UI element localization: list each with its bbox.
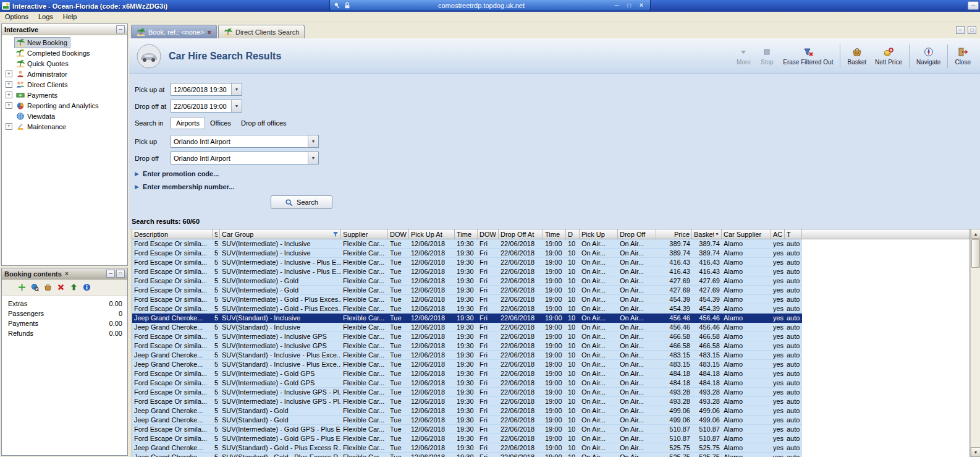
result-row[interactable]: Ford Escape Or simila...5SUV(Intermediat… [132, 341, 802, 351]
sidebar-item-payments[interactable]: +Payments [2, 90, 127, 100]
info-icon[interactable] [83, 283, 91, 291]
result-row[interactable]: Ford Escape Or simila...5SUV(Intermediat… [132, 239, 802, 249]
panel-restore-button[interactable]: □ [116, 270, 125, 278]
menu-help[interactable]: Help [58, 12, 82, 22]
pickup-at-combobox[interactable]: 12/06/2018 19:30 ▼ [171, 83, 242, 96]
basket-button[interactable]: Basket [843, 46, 871, 67]
result-row[interactable]: Ford Escape Or simila...5SUV(Intermediat… [132, 425, 802, 434]
column-header-ac[interactable]: AC [771, 229, 785, 239]
pin-icon[interactable] [334, 2, 341, 9]
tree-expander-icon[interactable]: + [6, 70, 12, 77]
view-icon[interactable] [31, 283, 39, 291]
tree-expander-icon[interactable]: + [6, 81, 12, 88]
result-row[interactable]: Jeep Grand Cheroke...5SUV(Standard) - Go… [132, 453, 802, 457]
membership-number-expander[interactable]: ▶ Enter membership number... [135, 182, 980, 190]
dropdown-arrow-icon[interactable]: ▼ [308, 152, 318, 164]
panel-minimize-button[interactable]: ─ [106, 270, 115, 278]
result-row[interactable]: Ford Escape Or simila...5SUV(Intermediat… [132, 286, 802, 295]
scrollbar-thumb[interactable] [971, 239, 980, 268]
scroll-down-button[interactable]: ▼ [971, 447, 980, 457]
result-row[interactable]: Ford Escape Or simila...5SUV(Intermediat… [132, 304, 802, 314]
result-row[interactable]: Ford Escape Or simila...5SUV(Intermediat… [132, 378, 802, 388]
nett-price-button[interactable]: Nett Price [871, 46, 906, 67]
dropdown-arrow-icon[interactable]: ▼ [231, 100, 242, 112]
result-row[interactable]: Jeep Grand Cheroke...5SUV(Standard) - In… [132, 323, 802, 332]
result-row[interactable]: Ford Escape Or simila...5SUV(Intermediat… [132, 397, 802, 406]
erase-filtered-out-button[interactable]: Erase Filtered Out [779, 46, 837, 67]
result-row[interactable]: Jeep Grand Cheroke...5SUV(Standard) - In… [132, 314, 802, 323]
dropdown-arrow-icon[interactable]: ▼ [308, 135, 318, 147]
tree-expander-icon[interactable]: + [6, 123, 12, 130]
sidebar-item-administrator[interactable]: +Administrator [2, 69, 127, 79]
sidebar-item-maintenance[interactable]: +Maintenance [2, 121, 127, 132]
tree-expander-icon[interactable]: + [6, 92, 12, 98]
searchin-tab-offices[interactable]: Offices [205, 117, 236, 129]
delete-icon[interactable] [57, 283, 65, 291]
result-row[interactable]: Jeep Grand Cheroke...5SUV(Standard) - Go… [132, 406, 802, 416]
tab-direct-clients-search[interactable]: Direct Clients Search [218, 25, 305, 38]
collapse-panel-button[interactable]: ─ [116, 25, 125, 33]
sidebar-item-reporting-and-analytics[interactable]: +Reporting and Analytics [2, 100, 127, 111]
result-row[interactable]: Ford Escape Or simila...5SUV(Intermediat… [132, 276, 802, 286]
search-button[interactable]: Search [271, 195, 332, 209]
result-row[interactable]: Ford Escape Or simila...5SUV(Intermediat… [132, 258, 802, 267]
sidebar-item-direct-clients[interactable]: +Direct Clients [2, 79, 127, 90]
sidebar-item-new-booking[interactable]: New Booking [2, 37, 127, 48]
promotion-code-expander[interactable]: ▶ Enter promotion code... [135, 169, 980, 177]
column-header-dow[interactable]: DOW [388, 229, 409, 239]
result-row[interactable]: Ford Escape Or simila...5SUV(Intermediat… [132, 332, 802, 341]
column-header-basket[interactable]: Basket▼ [692, 229, 722, 239]
column-header-description[interactable]: Description [132, 229, 213, 239]
to-basket-icon[interactable] [44, 283, 52, 291]
sidebar-item-quick-quotes[interactable]: Quick Quotes [2, 58, 127, 69]
result-row[interactable]: Ford Escape Or simila...5SUV(Intermediat… [132, 388, 802, 397]
column-header-time[interactable]: Time [455, 229, 478, 239]
tab-book-ref-none[interactable]: Book. ref.: <none>× [131, 25, 217, 38]
result-row[interactable]: Ford Escape Or simila...5SUV(Intermediat… [132, 369, 802, 378]
dropoff-location-combobox[interactable]: Orlando Intl Airport ▼ [171, 152, 319, 164]
column-header-pick-up[interactable]: Pick Up [580, 229, 618, 239]
rdp-restore-button[interactable]: □ [624, 2, 634, 9]
export-icon[interactable] [70, 283, 78, 291]
add-icon[interactable] [18, 283, 26, 291]
dropdown-arrow-icon[interactable]: ▼ [231, 83, 242, 95]
close-panel-icon[interactable]: × [65, 270, 69, 277]
column-header-d[interactable]: D [566, 229, 580, 239]
column-header-t[interactable]: T [785, 229, 802, 239]
searchin-tab-airports[interactable]: Airports [171, 117, 205, 129]
navigate-button[interactable]: Navigate [912, 46, 945, 67]
result-row[interactable]: Ford Escape Or simila...5SUV(Intermediat… [132, 295, 802, 304]
menu-logs[interactable]: Logs [33, 12, 58, 22]
searchin-tab-drop-off-offices[interactable]: Drop off offices [236, 117, 292, 129]
column-header-car-supplier[interactable]: Car Supplier [722, 229, 771, 239]
column-header-time[interactable]: Time [543, 229, 566, 239]
close-button[interactable]: Close [950, 46, 975, 67]
result-row[interactable]: Jeep Grand Cheroke...5SUV(Standard) - Go… [132, 416, 802, 425]
column-header-supplier[interactable]: Supplier [341, 229, 388, 239]
column-header-price[interactable]: Price [656, 229, 692, 239]
column-header-dow[interactable]: DOW [478, 229, 499, 239]
result-row[interactable]: Ford Escape Or simila...5SUV(Intermediat… [132, 434, 802, 443]
pickup-location-combobox[interactable]: Orlando Intl Airport ▼ [171, 135, 319, 148]
sidebar-item-viewdata[interactable]: Viewdata [2, 111, 127, 121]
rdp-minimize-button[interactable]: ─ [612, 2, 622, 9]
rdp-close-button[interactable]: × [636, 2, 646, 9]
result-row[interactable]: Ford Escape Or simila...5SUV(Intermediat… [132, 249, 802, 258]
result-row[interactable]: Ford Escape Or simila...5SUV(Intermediat… [132, 267, 802, 276]
mdi-minimize-button[interactable]: ─ [956, 26, 965, 34]
column-header-car-group[interactable]: Car Group [220, 229, 341, 239]
column-header-s[interactable]: S [213, 229, 220, 239]
scroll-up-button[interactable]: ▲ [971, 229, 980, 239]
titlebar-corner-button[interactable]: ─ [968, 1, 979, 10]
column-header-drop-off-at[interactable]: Drop Off At [499, 229, 543, 239]
result-row[interactable]: Jeep Grand Cheroke...5SUV(Standard) - In… [132, 360, 802, 369]
vertical-scrollbar[interactable]: ▲ ▼ [970, 229, 980, 457]
column-header-drop-off[interactable]: Drop Off [618, 229, 656, 239]
menu-options[interactable]: Options [0, 12, 33, 22]
sidebar-item-completed-bookings[interactable]: Completed Bookings [2, 48, 127, 58]
dropoff-at-combobox[interactable]: 22/06/2018 19:00 ▼ [171, 100, 242, 113]
result-row[interactable]: Jeep Grand Cheroke...5SUV(Standard) - In… [132, 351, 802, 360]
column-header-pick-up-at[interactable]: Pick Up At [409, 229, 455, 239]
mdi-restore-button[interactable]: □ [968, 26, 976, 34]
result-row[interactable]: Jeep Grand Cheroke...5SUV(Standard) - Go… [132, 443, 802, 453]
